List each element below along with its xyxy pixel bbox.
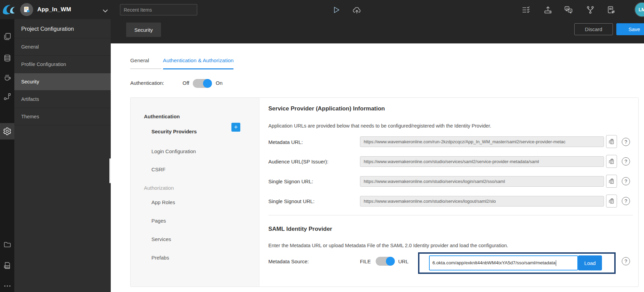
nav-item-login-configuration[interactable]: Login Configuration <box>151 148 196 154</box>
user-avatar[interactable]: LM <box>634 2 644 17</box>
tab-general[interactable]: General <box>130 57 161 69</box>
settings-tabs: General Authentication & Authorization <box>130 57 233 69</box>
copy-audience-url-button[interactable] <box>606 155 617 168</box>
svg-text:LOG: LOG <box>5 266 9 267</box>
help-signon-url-icon[interactable]: ? <box>622 177 630 185</box>
left-icon-rail: LOG <box>0 19 14 292</box>
single-signon-url-label: Single Signon URL: <box>268 178 313 184</box>
java-services-icon[interactable] <box>0 70 14 85</box>
saml-idp-description: Enter the Metadata URL or upload Metadat… <box>268 243 508 248</box>
nav-header-authentication: Authentication <box>144 114 180 119</box>
service-provider-title: Service Provider (Application) Informati… <box>268 105 385 112</box>
authentication-toggle[interactable] <box>193 79 212 88</box>
settings-gear-icon[interactable] <box>0 123 14 140</box>
nav-item-csrf[interactable]: CSRF <box>151 167 165 172</box>
deploy-cloud-upload-icon[interactable] <box>352 5 362 15</box>
single-signout-url-label: Single Signout URL: <box>268 198 314 204</box>
toggle-knob <box>203 79 212 88</box>
logs-icon[interactable]: LOG <box>0 258 14 273</box>
help-audience-url-icon[interactable]: ? <box>622 157 630 165</box>
discard-button[interactable]: Discard <box>574 23 613 35</box>
menu-item-themes[interactable]: Themes <box>14 108 111 125</box>
app-icon <box>20 3 33 16</box>
text-caret <box>556 260 556 266</box>
wavemaker-studio-window: App_In_WM A a <box>0 0 644 292</box>
load-button[interactable]: Load <box>578 255 602 270</box>
recent-items-input[interactable] <box>120 4 197 15</box>
service-provider-description: Application URLs are provided below that… <box>268 123 491 129</box>
copy-metadata-url-button[interactable] <box>606 135 617 148</box>
database-icon[interactable] <box>0 51 14 66</box>
audience-url-field[interactable]: https://www.wavemakeronline.com/studio/s… <box>360 156 604 167</box>
nav-item-services[interactable]: Services <box>151 236 171 242</box>
nav-header-authorization: Authorization <box>144 185 174 191</box>
help-metadata-source-icon[interactable]: ? <box>622 257 630 265</box>
metadata-url-highlight-box: 6.okta.com/app/exknlt44nbWM4txYA5d7/sso/… <box>418 252 616 274</box>
metadata-source-label: Metadata Source: <box>268 258 309 264</box>
idp-metadata-url-input[interactable]: 6.okta.com/app/exknlt44nbWM4txYA5d7/sso/… <box>429 255 578 270</box>
top-bar: App_In_WM A a <box>0 0 644 19</box>
tab-authentication-authorization[interactable]: Authentication & Authorization <box>163 57 234 69</box>
toggle-knob <box>386 257 395 266</box>
project-title: App_In_WM <box>37 0 71 19</box>
toggle-off-label: Off <box>183 80 189 86</box>
export-icon[interactable] <box>543 5 553 15</box>
nav-item-security-providers[interactable]: Security Providers <box>151 129 197 134</box>
security-settings-card: Authentication Security Providers Login … <box>130 97 639 287</box>
menu-item-security[interactable]: Security <box>14 73 111 91</box>
menu-title: Project Configuration <box>14 19 111 38</box>
metadata-url-field[interactable]: https://www.wavemakeronline.com/run-2kzd… <box>360 136 604 147</box>
project-configuration-menu: Project Configuration General Profile Co… <box>14 19 111 292</box>
audience-url-label: Audience URL(SP Issuer): <box>268 159 328 164</box>
apis-connector-icon[interactable] <box>0 89 14 104</box>
files-folder-icon[interactable] <box>0 237 14 252</box>
metadata-url-label: Metadata URL: <box>268 139 303 145</box>
menu-item-profile-configuration[interactable]: Profile Configuration <box>14 56 111 73</box>
menu-item-general[interactable]: General <box>14 38 111 56</box>
saml-idp-title: SAML Identity Provider <box>268 226 332 233</box>
save-button[interactable]: Save <box>616 23 644 35</box>
help-signout-url-icon[interactable]: ? <box>622 197 630 205</box>
metadata-source-toggle[interactable] <box>376 257 395 266</box>
toggle-on-label: On <box>216 80 223 86</box>
chevron-down-icon[interactable] <box>103 8 108 14</box>
single-signon-url-field[interactable]: https://www.wavemakeronline.com/studio/s… <box>360 176 604 187</box>
single-signout-url-field[interactable]: https://www.wavemakeronline.com/studio/s… <box>360 196 604 207</box>
security-page-tab[interactable]: Security <box>126 23 161 37</box>
pages-icon[interactable] <box>0 29 14 44</box>
authentication-label: Authentication: <box>130 80 164 86</box>
menu-item-artifacts[interactable]: Artifacts <box>14 91 111 108</box>
copy-signout-url-button[interactable] <box>606 195 617 208</box>
idp-metadata-url-text: 6.okta.com/app/exknlt44nbWM4txYA5d7/sso/… <box>432 260 555 265</box>
url-option-label: URL <box>398 258 408 264</box>
main-content: General Authentication & Authorization A… <box>111 43 644 292</box>
more-options-icon[interactable] <box>0 278 14 292</box>
page-header-bar: Security Discard Save <box>111 19 644 43</box>
git-branch-icon[interactable] <box>585 5 595 15</box>
nav-item-pages[interactable]: Pages <box>151 218 166 224</box>
svg-text:a: a <box>569 9 571 12</box>
section-divider <box>268 215 633 215</box>
help-metadata-url-icon[interactable]: ? <box>622 138 630 146</box>
file-option-label: FILE <box>360 258 371 264</box>
nav-item-prefabs[interactable]: Prefabs <box>151 255 169 261</box>
copy-signon-url-button[interactable] <box>606 175 617 188</box>
nav-item-app-roles[interactable]: App Roles <box>151 199 175 205</box>
menu-scrollbar[interactable] <box>109 158 111 183</box>
add-security-provider-button[interactable]: + <box>231 123 240 132</box>
run-app-button[interactable] <box>331 5 341 15</box>
security-nav-panel: Authentication Security Providers Login … <box>131 98 259 287</box>
file-sync-icon[interactable] <box>606 5 616 15</box>
translate-icon[interactable]: A a <box>563 5 574 15</box>
wavemaker-logo-icon <box>2 2 16 17</box>
checklist-icon[interactable] <box>521 5 531 15</box>
